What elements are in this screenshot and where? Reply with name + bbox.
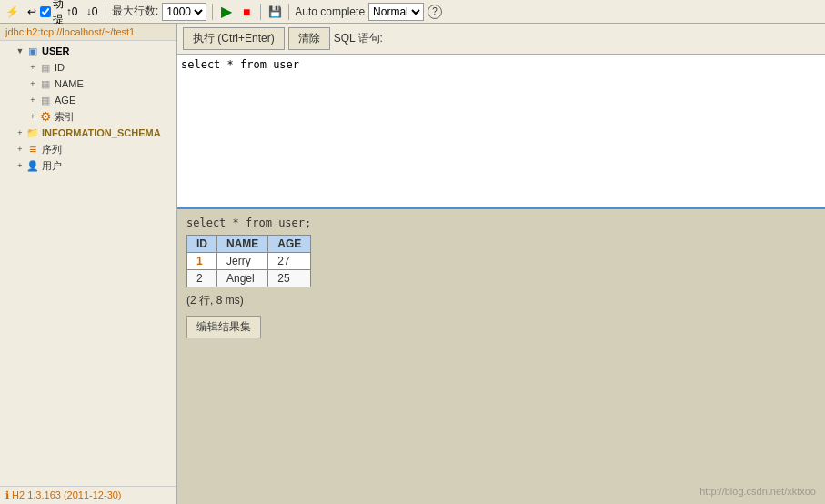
col-icon-name: ▦ [38,76,53,91]
auto-complete-label: Auto complete [295,5,365,18]
main-toolbar: ⚡ ↩ 自动提交 ↑0 ↓0 最大行数: 1000 ▶ ■ 💾 Auto com… [0,0,825,24]
tree-node-age[interactable]: + ▦ AGE [2,92,175,108]
tree-node-seq[interactable]: + ≡ 序列 [2,141,175,157]
toggle-id[interactable]: + [27,62,38,73]
sep1 [106,4,106,20]
cell-id-2: 2 [187,270,217,287]
cell-age-1: 27 [268,253,311,270]
folder-icon-schema: 📁 [25,126,40,140]
toolbar-icon-1[interactable]: ⚡ [4,4,20,20]
label-id: ID [53,62,65,73]
run-icon[interactable]: ▶ [218,4,235,20]
toolbar-icon-counter2[interactable]: ↓0 [84,4,100,20]
index-icon: ⚙ [38,109,53,124]
connection-label[interactable]: jdbc:h2:tcp://localhost/~/test1 [0,24,176,41]
max-rows-select[interactable]: 1000 [162,3,206,21]
table-icon-user: ▣ [25,44,40,58]
toggle-seq[interactable]: + [15,144,25,155]
edit-results-button[interactable]: 编辑结果集 [186,316,261,338]
user-icon: 👤 [25,158,40,173]
execute-button[interactable]: 执行 (Ctrl+Enter) [183,27,285,50]
toggle-user2[interactable]: + [15,160,25,171]
col-icon-age: ▦ [38,93,53,107]
label-user2: 用户 [40,159,62,173]
label-index: 索引 [53,110,75,124]
label-info-schema: INFORMATION_SCHEMA [40,127,161,138]
col-header-age: AGE [268,236,311,253]
tree-node-name[interactable]: + ▦ NAME [2,76,175,92]
right-panel: 执行 (Ctrl+Enter) 清除 SQL 语句: select * from… [177,24,825,504]
main-layout: jdbc:h2:tcp://localhost/~/test1 ▼ ▣ USER… [0,24,825,504]
col-icon-id: ▦ [38,60,53,75]
results-table: ID NAME AGE 1 Jerry 27 2 Angel 25 [186,235,311,287]
auto-submit-checkbox[interactable] [40,6,51,17]
col-header-name: NAME [217,236,268,253]
save-icon[interactable]: 💾 [267,4,283,20]
tree-node-index[interactable]: + ⚙ 索引 [2,108,175,125]
tree-node-user2[interactable]: + 👤 用户 [2,157,175,174]
watermark: http://blog.csdn.net/xktxoo [699,486,816,497]
toggle-age[interactable]: + [27,95,38,106]
table-row: 2 Angel 25 [187,270,311,287]
help-icon[interactable]: ? [428,5,442,19]
tree-node-info-schema[interactable]: + 📁 INFORMATION_SCHEMA [2,125,175,141]
toolbar-icon-2[interactable]: ↩ [24,4,40,20]
version-label: ℹ H2 1.3.163 (2011-12-30) [0,486,176,504]
cell-id-1: 1 [187,253,217,270]
table-row: 1 Jerry 27 [187,253,311,270]
toolbar-icon-counter[interactable]: ↑0 [64,4,80,20]
toggle-info-schema[interactable]: + [15,127,25,138]
toggle-name[interactable]: + [27,78,38,89]
toolbar-icon-3[interactable]: 自动提交 [44,4,60,20]
tree-area: ▼ ▣ USER + ▦ ID + ▦ NAME + ▦ AGE + ⚙ [0,41,176,486]
sep4 [288,4,289,20]
left-panel: jdbc:h2:tcp://localhost/~/test1 ▼ ▣ USER… [0,24,177,504]
auto-complete-select[interactable]: Normal [368,3,424,21]
results-info: (2 行, 8 ms) [186,293,816,308]
tree-node-id[interactable]: + ▦ ID [2,59,175,76]
cell-age-2: 25 [268,270,311,287]
sep2 [212,4,213,20]
clear-button[interactable]: 清除 [288,27,330,50]
sql-toolbar: 执行 (Ctrl+Enter) 清除 SQL 语句: [177,24,825,55]
sep3 [260,4,261,20]
label-user: USER [40,45,70,56]
seq-icon: ≡ [25,142,40,156]
col-header-id: ID [187,236,217,253]
results-tbody: 1 Jerry 27 2 Angel 25 [187,253,311,287]
label-name: NAME [53,78,84,89]
tree-node-user[interactable]: ▼ ▣ USER [2,43,175,59]
max-rows-label: 最大行数: [112,4,158,19]
sql-editor: select * from user [177,55,825,209]
sql-textarea[interactable]: select * from user [181,58,821,204]
toggle-user[interactable]: ▼ [15,45,25,56]
stop-icon[interactable]: ■ [238,4,255,20]
results-query: select * from user; [186,217,816,229]
toggle-index[interactable]: + [27,111,38,122]
sql-label: SQL 语句: [334,31,383,46]
cell-name-2: Angel [217,270,268,287]
cell-name-1: Jerry [217,253,268,270]
label-seq: 序列 [40,143,62,156]
results-area: select * from user; ID NAME AGE 1 Jerry … [177,209,825,504]
label-age: AGE [53,95,75,106]
